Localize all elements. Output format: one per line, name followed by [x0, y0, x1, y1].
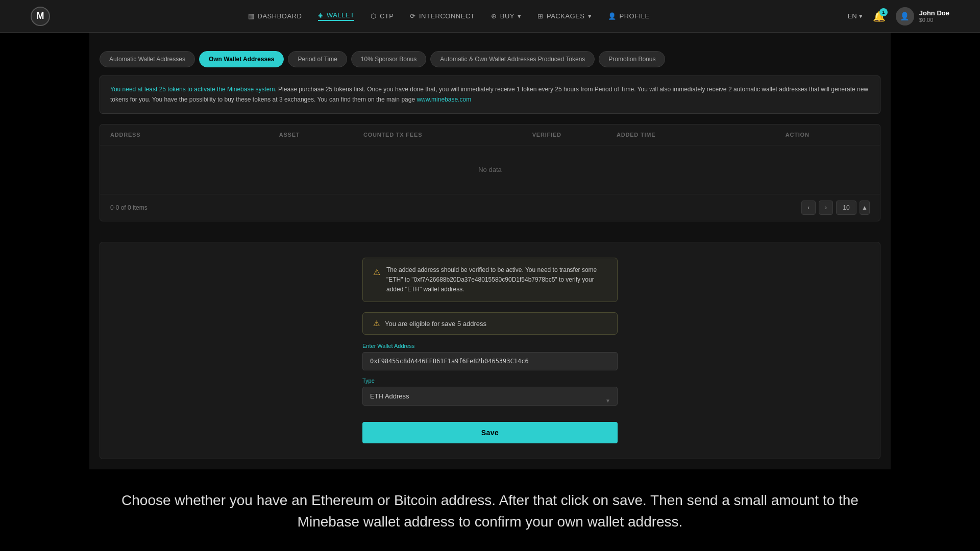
navbar: M ▦ DASHBOARD ◈ WALLET ⬡ CTP ⟳ INTERCONN: [0, 0, 980, 33]
col-address: ADDRESS: [110, 132, 279, 138]
info-link[interactable]: www.minebase.com: [416, 96, 471, 103]
col-asset: ASSET: [279, 132, 363, 138]
wallet-address-input[interactable]: [362, 352, 618, 370]
tabs-bar: Automatic Wallet Addresses Own Wallet Ad…: [89, 43, 891, 76]
user-name: John Doe: [919, 9, 949, 17]
nav-item-interconnect[interactable]: ⟳ INTERCONNECT: [410, 12, 475, 20]
nav-links: ▦ DASHBOARD ◈ WALLET ⬡ CTP ⟳ INTERCONNEC…: [248, 11, 650, 21]
col-action: ACTION: [786, 132, 870, 138]
logo: M: [31, 7, 50, 26]
eligibility-icon: ⚠: [373, 319, 380, 328]
form-section: ⚠ The added address should be verified t…: [100, 242, 880, 460]
tab-sponsor-bonus[interactable]: 10% Sponsor Bonus: [351, 51, 426, 67]
nav-item-profile[interactable]: 👤 PROFILE: [608, 12, 650, 20]
user-balance: $0.00: [919, 17, 949, 23]
language-selector[interactable]: EN ▾: [848, 12, 863, 20]
type-select-wrapper: ETH Address BTC Address: [362, 387, 618, 414]
table-footer: 0-0 of 0 items ‹ › 10 ▲: [100, 194, 880, 221]
info-box: You need at least 25 tokens to activate …: [100, 76, 880, 114]
notification-badge: 1: [879, 8, 888, 16]
tab-own-wallet[interactable]: Own Wallet Addresses: [199, 51, 284, 67]
col-added-time: ADDED TIME: [617, 132, 786, 138]
wallet-icon: ◈: [318, 11, 324, 19]
buy-dropdown-icon: ▾: [518, 12, 522, 20]
tab-period-of-time[interactable]: Period of Time: [288, 51, 347, 67]
user-details: John Doe $0.00: [919, 9, 949, 23]
nav-right: EN ▾ 🔔 1 👤 John Doe $0.00: [848, 7, 949, 26]
nav-item-dashboard[interactable]: ▦ DASHBOARD: [248, 12, 302, 20]
packages-dropdown-icon: ▾: [588, 12, 592, 20]
eligibility-box: ⚠ You are eligible for save 5 address: [362, 312, 618, 335]
pagination: ‹ › 10 ▲: [801, 201, 870, 215]
caption: Choose whether you have an Ethereum or B…: [0, 469, 980, 551]
table-count: 0-0 of 0 items: [110, 204, 148, 211]
packages-icon: ⊞: [537, 12, 544, 20]
avatar: 👤: [896, 7, 914, 26]
caption-text: Choose whether you have an Ethereum or B…: [121, 492, 859, 530]
tab-auto-own-tokens[interactable]: Automatic & Own Wallet Addresses Produce…: [430, 51, 595, 67]
dashboard-icon: ▦: [248, 12, 255, 20]
notification-button[interactable]: 🔔 1: [873, 10, 886, 22]
data-table: ADDRESS ASSET COUNTED TX FEES VERIFIED A…: [100, 124, 880, 221]
nav-item-buy[interactable]: ⊕ BUY ▾: [491, 12, 521, 20]
tab-promotion-bonus[interactable]: Promotion Bonus: [599, 51, 665, 67]
logo-icon: M: [31, 7, 50, 26]
no-data-message: No data: [100, 145, 880, 194]
nav-item-wallet[interactable]: ◈ WALLET: [318, 11, 354, 21]
eligibility-text: You are eligible for save 5 address: [385, 320, 486, 328]
buy-icon: ⊕: [491, 12, 497, 20]
col-counted-tx: COUNTED TX FEES: [363, 132, 532, 138]
table-header: ADDRESS ASSET COUNTED TX FEES VERIFIED A…: [100, 124, 880, 145]
tab-automatic-wallet[interactable]: Automatic Wallet Addresses: [100, 51, 195, 67]
warning-text: The added address should be verified to …: [386, 265, 607, 295]
prev-page-button[interactable]: ‹: [801, 201, 816, 215]
page-size: 10: [836, 201, 856, 215]
type-select[interactable]: ETH Address BTC Address: [362, 387, 618, 406]
ctp-icon: ⬡: [371, 12, 377, 20]
lang-dropdown-icon: ▾: [859, 12, 863, 20]
save-button[interactable]: Save: [362, 422, 618, 443]
nav-item-ctp[interactable]: ⬡ CTP: [371, 12, 394, 20]
next-page-button[interactable]: ›: [819, 201, 833, 215]
main-content: Automatic Wallet Addresses Own Wallet Ad…: [89, 33, 891, 469]
warning-box: ⚠ The added address should be verified t…: [362, 258, 618, 303]
nav-item-packages[interactable]: ⊞ PACKAGES ▾: [537, 12, 592, 20]
profile-icon: 👤: [608, 12, 617, 20]
wallet-input-label: Enter Wallet Address: [362, 343, 618, 349]
type-label: Type: [362, 378, 618, 384]
info-highlight: You need at least 25 tokens to activate …: [110, 86, 277, 93]
col-verified: VERIFIED: [532, 132, 617, 138]
page-size-up-button[interactable]: ▲: [860, 201, 870, 215]
warning-icon: ⚠: [373, 266, 380, 279]
interconnect-icon: ⟳: [410, 12, 416, 20]
user-menu[interactable]: 👤 John Doe $0.00: [896, 7, 949, 26]
